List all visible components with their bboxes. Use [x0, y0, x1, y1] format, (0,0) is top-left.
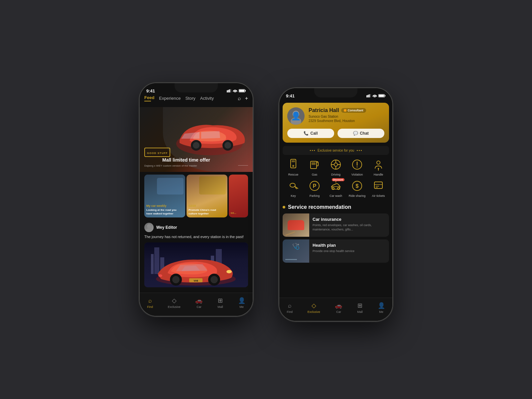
svg-point-28	[374, 97, 375, 98]
rescue-label: Rescue	[288, 173, 299, 176]
svg-point-21	[158, 274, 162, 277]
nav2-btn-car[interactable]: 🚗 Car	[335, 302, 342, 314]
add-icon[interactable]: +	[245, 95, 248, 101]
airtickets-icon	[371, 179, 385, 193]
phone2: 9:41	[279, 88, 392, 321]
exclusive-icon: ◇	[172, 297, 177, 304]
phone2-time: 9:41	[286, 93, 295, 98]
hero-title: Mall limited time offer	[162, 157, 210, 163]
airtickets-label: Air tickets	[372, 194, 385, 198]
service-violation[interactable]: Violation	[348, 158, 366, 176]
svg-point-12	[224, 142, 231, 149]
nav2-btn-mall[interactable]: ⊞ Mall	[357, 302, 363, 314]
rec-card-health[interactable]: 🩺 Health plan Provide one-stop health se…	[283, 239, 389, 263]
card-1[interactable]: My car weekly Looking at the road you ha…	[144, 175, 185, 217]
svg-rect-65	[374, 182, 382, 189]
service-rec-title: Service recommendation	[283, 204, 389, 210]
badge-dot	[344, 109, 346, 112]
nav-btn-mall[interactable]: ⊞ Mall	[217, 297, 223, 309]
insurance-content: Car insurance Points, red envelopes, car…	[309, 213, 389, 237]
ridesharing-icon: $	[350, 179, 364, 193]
nav-feed[interactable]: Feed	[144, 95, 154, 101]
svg-text:P: P	[313, 183, 317, 189]
service-recommendation-section: Service recommendation Car insurance Poi…	[279, 202, 392, 267]
health-desc: Provide one-stop health service	[313, 249, 386, 253]
discount-badge: Discount	[332, 178, 344, 181]
service-carwash[interactable]: Discount Car wash	[327, 179, 345, 198]
nav-btn-me[interactable]: 👤 Me	[238, 297, 245, 309]
svg-point-33	[293, 111, 299, 117]
rescue-icon	[286, 158, 300, 172]
consultant-badge: Consultant	[341, 108, 366, 113]
nav-action-icons: ⌕ +	[238, 95, 248, 101]
service-key[interactable]: Key	[284, 179, 303, 198]
profile-name-row: Patricia Hall Consultant	[309, 107, 384, 113]
badge-label: Consultant	[348, 109, 363, 112]
svg-point-19	[210, 276, 218, 283]
svg-rect-0	[227, 90, 228, 92]
phone1: 9:41 Feed Experience Story Activity ⌕	[140, 83, 253, 316]
svg-rect-1	[228, 90, 229, 92]
service-airtickets[interactable]: Air tickets	[369, 179, 388, 198]
service-grid: Rescue	[279, 158, 392, 202]
phone1-time: 9:41	[146, 88, 155, 93]
dot4	[357, 150, 358, 151]
insurance-image	[283, 213, 309, 237]
profile-company: Sunoco Gas Station	[309, 115, 384, 118]
svg-point-41	[317, 161, 318, 163]
search-icon[interactable]: ⌕	[238, 95, 241, 101]
hero-line-decoration	[238, 165, 248, 166]
car2-icon: 🚗	[335, 302, 342, 309]
nav-activity[interactable]: Activity	[200, 96, 214, 101]
nav-story[interactable]: Story	[185, 96, 195, 101]
service-gas[interactable]: Gas	[306, 158, 324, 176]
service-ridesharing[interactable]: $ Ride sharing	[348, 179, 366, 198]
profile-avatar	[287, 107, 305, 125]
profile-address: 2329 Southmore Blvd, Houston	[309, 119, 384, 123]
call-button[interactable]: 📞 Call	[287, 129, 334, 138]
card-2[interactable]: G318 Promote China's road culture togeth…	[187, 175, 227, 217]
svg-point-4	[235, 92, 235, 93]
phone1-feed-nav: Feed Experience Story Activity ⌕ +	[140, 95, 253, 101]
me-icon: 👤	[238, 297, 245, 304]
service-rescue[interactable]: Rescue	[284, 158, 303, 176]
nav2-btn-me[interactable]: 👤 Me	[378, 302, 385, 314]
card1-title: My car weekly	[146, 204, 183, 208]
svg-point-34	[291, 117, 301, 125]
nav2-btn-find[interactable]: ⌕ Find	[287, 302, 293, 314]
phone1-bottom-nav: ⌕ Find ◇ Exclusive 🚗 Car ⊞ Mall	[140, 293, 253, 316]
nav-btn-car[interactable]: 🚗 Car	[195, 297, 202, 309]
mall-icon: ⊞	[218, 297, 223, 304]
service-handle[interactable]: Handle	[369, 158, 388, 176]
insurance-title: Car insurance	[313, 217, 386, 222]
violation-icon	[350, 158, 364, 172]
nav2-btn-exclusive[interactable]: ◇ Exclusive	[308, 302, 320, 314]
nav-btn-find[interactable]: ⌕ Find	[147, 297, 153, 309]
svg-point-43	[334, 163, 337, 166]
post-author-row: Wey Editor	[144, 223, 248, 232]
service-parking[interactable]: P Parking	[306, 179, 324, 198]
card-3[interactable]: Int...	[229, 175, 248, 217]
driving-label: Driving	[331, 173, 340, 176]
dot2	[312, 150, 313, 151]
svg-point-17	[172, 276, 180, 283]
handle-icon	[371, 158, 385, 172]
rec-bullet	[283, 206, 285, 208]
profile-card: Patricia Hall Consultant Sunoco Gas Stat…	[283, 103, 389, 143]
nav-btn-exclusive[interactable]: ◇ Exclusive	[168, 297, 181, 309]
service-row-1: Rescue	[283, 158, 389, 176]
profile-top: Patricia Hall Consultant Sunoco Gas Stat…	[287, 107, 384, 125]
handle-label: Handle	[374, 173, 383, 176]
post-section: Wey Editor The journey has not returned,…	[140, 220, 253, 290]
dot3	[314, 150, 315, 151]
svg-rect-2	[229, 89, 230, 92]
svg-point-51	[377, 161, 380, 164]
svg-rect-24	[366, 95, 367, 97]
exclusive2-icon: ◇	[312, 302, 316, 309]
service-driving[interactable]: Driving	[327, 158, 345, 176]
nav-experience[interactable]: Experience	[159, 96, 181, 101]
chat-button[interactable]: 💬 Chat	[337, 129, 384, 138]
rec-title-text: Service recommendation	[288, 204, 351, 210]
rec-card-insurance[interactable]: Car insurance Points, red envelopes, car…	[283, 213, 389, 237]
dot5	[359, 150, 360, 151]
